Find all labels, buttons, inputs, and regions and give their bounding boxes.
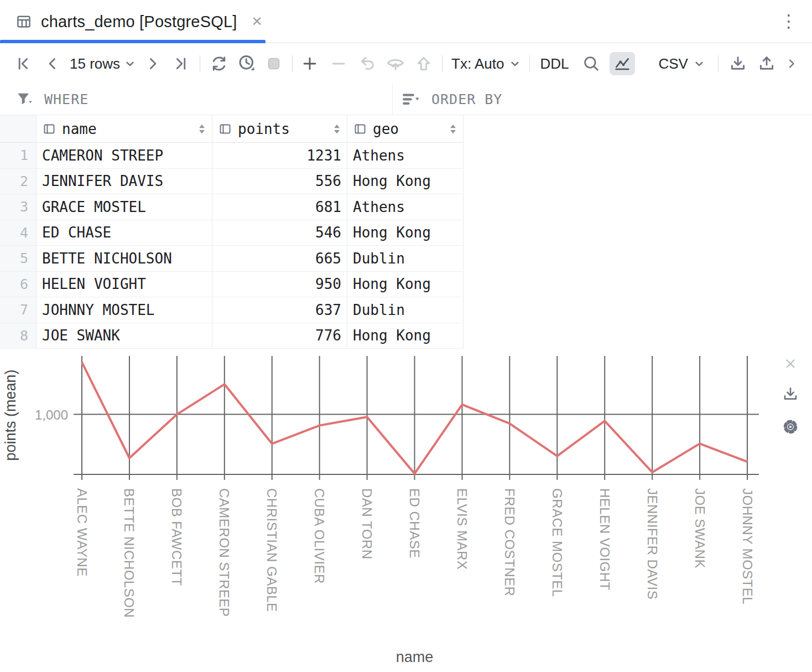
submit-changes-button[interactable] xyxy=(414,54,433,73)
export-format-label: CSV xyxy=(658,55,688,73)
cell-geo[interactable]: Hong Kong xyxy=(347,272,464,297)
sort-arrows-icon[interactable] xyxy=(449,123,457,135)
schedule-refresh-button[interactable] xyxy=(237,54,257,74)
cell-points[interactable]: 556 xyxy=(212,169,347,194)
cell-geo[interactable]: Hong Kong xyxy=(347,169,464,194)
last-page-button[interactable] xyxy=(171,54,190,73)
ddl-label: DDL xyxy=(540,55,569,73)
cell-name[interactable]: HELEN VOIGHT xyxy=(37,272,212,297)
column-header-points[interactable]: points xyxy=(212,115,347,142)
find-button[interactable] xyxy=(582,54,601,73)
kebab-menu-icon[interactable]: ⋮ xyxy=(780,12,798,30)
sort-arrows-icon[interactable] xyxy=(197,123,206,135)
refresh-icon xyxy=(209,54,229,74)
chart-close-button[interactable] xyxy=(783,356,798,373)
cell-geo[interactable]: Hong Kong xyxy=(347,220,464,246)
chart-icon xyxy=(613,55,631,73)
table-row: 7JOHNNY MOSTEL637Dublin xyxy=(0,297,464,323)
tab-title: charts_demo [PostgreSQL] xyxy=(41,13,237,31)
cell-name[interactable]: ED CHASE xyxy=(37,220,212,246)
close-icon xyxy=(783,356,798,371)
upload-icon xyxy=(757,54,776,73)
cell-points[interactable]: 681 xyxy=(212,194,347,220)
chart-settings-button[interactable] xyxy=(781,417,800,438)
chevron-right-icon xyxy=(143,54,162,73)
column-label: name xyxy=(62,121,97,137)
revert-changes-button[interactable] xyxy=(358,54,377,73)
cell-geo[interactable]: Athens xyxy=(347,194,464,220)
cell-name[interactable]: JENNIFER DAVIS xyxy=(37,169,212,194)
ddl-button[interactable]: DDL xyxy=(540,55,569,73)
chevron-down-icon xyxy=(511,61,519,67)
stop-icon xyxy=(266,55,282,72)
cell-points[interactable]: 1231 xyxy=(212,143,347,168)
cell-geo[interactable]: Hong Kong xyxy=(347,323,464,349)
first-page-button[interactable] xyxy=(14,54,33,73)
order-by-placeholder: ORDER BY xyxy=(431,91,502,107)
transaction-mode-dropdown[interactable]: Tx: Auto xyxy=(451,55,519,73)
column-label: points xyxy=(238,121,290,137)
cell-name[interactable]: BETTE NICHOLSON xyxy=(37,246,212,271)
download-icon xyxy=(728,54,747,73)
more-toolbar-button[interactable] xyxy=(784,56,799,71)
close-icon[interactable]: ✕ xyxy=(252,15,263,28)
category-label: ELVIS MARX xyxy=(455,488,470,570)
category-label: JOE SWANK xyxy=(693,488,707,568)
cell-points[interactable]: 950 xyxy=(212,272,347,297)
cell-geo[interactable]: Dublin xyxy=(347,297,464,323)
chart-panel: 1,000ALEC WAYNEBETTE NICHOLSONBOB FAWCET… xyxy=(0,349,812,672)
previous-page-button[interactable] xyxy=(43,54,62,73)
chart-toolbar xyxy=(781,356,800,438)
column-icon xyxy=(353,122,367,136)
cell-name[interactable]: CAMERON STREEP xyxy=(37,143,212,168)
page-size-dropdown[interactable]: 15 rows xyxy=(70,55,134,73)
next-page-button[interactable] xyxy=(143,54,162,73)
column-header-geo[interactable]: geo xyxy=(347,115,464,142)
cell-points[interactable]: 637 xyxy=(212,297,347,323)
cell-name[interactable]: JOE SWANK xyxy=(37,323,212,349)
delete-row-button[interactable] xyxy=(329,54,348,73)
database-tool-window: charts_demo [PostgreSQL] ✕ ⋮ 15 rows xyxy=(0,0,812,672)
chevron-left-icon xyxy=(43,54,62,73)
cell-points[interactable]: 665 xyxy=(212,246,347,271)
cell-name[interactable]: JOHNNY MOSTEL xyxy=(37,297,212,323)
cell-name[interactable]: GRACE MOSTEL xyxy=(37,194,212,220)
row-number: 3 xyxy=(0,194,37,220)
where-placeholder: WHERE xyxy=(44,91,89,107)
chart-view-toggle[interactable] xyxy=(610,52,635,75)
reload-button[interactable] xyxy=(209,54,229,74)
column-icon xyxy=(42,122,56,136)
sort-arrows-icon[interactable] xyxy=(332,123,341,135)
tab-charts-demo[interactable]: charts_demo [PostgreSQL] ✕ xyxy=(0,0,266,43)
import-button[interactable] xyxy=(728,54,747,73)
page-size-label: 15 rows xyxy=(70,55,120,73)
table-row: 6HELEN VOIGHT950Hong Kong xyxy=(0,272,464,298)
ytick-label: 1,000 xyxy=(35,407,68,422)
table-row: 4ED CHASE546Hong Kong xyxy=(0,220,464,246)
grid-toolbar: 15 rows xyxy=(0,43,812,84)
stop-button[interactable] xyxy=(266,55,282,72)
chevron-down-icon xyxy=(695,61,704,67)
cell-points[interactable]: 546 xyxy=(212,220,347,246)
where-filter-input[interactable]: WHERE xyxy=(0,84,393,115)
category-label: HELEN VOIGHT xyxy=(597,488,612,591)
data-grid: namepointsgeo 1CAMERON STREEP1231Athens2… xyxy=(0,115,464,349)
cell-geo[interactable]: Dublin xyxy=(347,246,464,271)
table-row: 5BETTE NICHOLSON665Dublin xyxy=(0,246,464,272)
export-button[interactable] xyxy=(757,54,776,73)
cell-points[interactable]: 776 xyxy=(212,323,347,349)
add-row-button[interactable] xyxy=(300,54,319,73)
clock-icon xyxy=(237,54,257,74)
plus-icon xyxy=(300,54,319,73)
up-arrow-icon xyxy=(414,54,433,73)
preview-changes-button[interactable] xyxy=(386,54,405,74)
column-header-name[interactable]: name xyxy=(37,115,212,142)
cell-geo[interactable]: Athens xyxy=(347,143,464,168)
order-by-input[interactable]: ORDER BY xyxy=(393,84,812,115)
last-page-icon xyxy=(171,54,190,73)
header-gutter xyxy=(0,115,37,142)
row-number: 7 xyxy=(0,297,37,323)
chart-save-button[interactable] xyxy=(782,385,799,405)
row-number: 6 xyxy=(0,272,37,297)
export-format-dropdown[interactable]: CSV xyxy=(658,55,703,73)
